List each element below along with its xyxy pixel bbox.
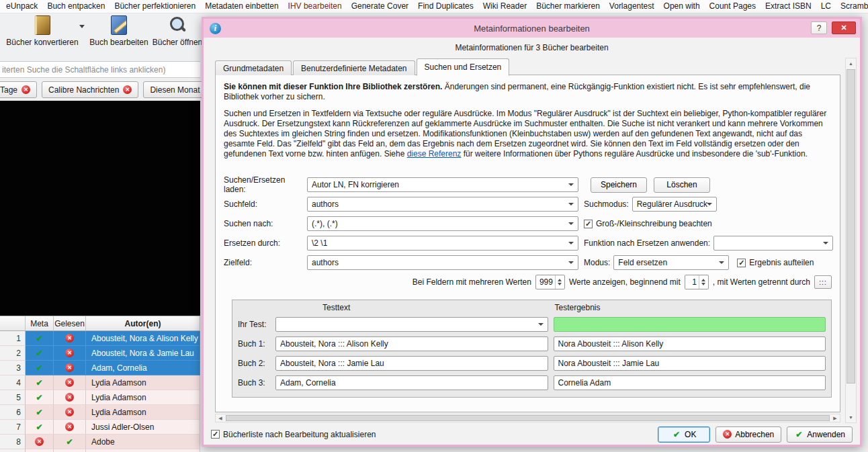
menu-item-generate-cover[interactable]: Generate Cover: [347, 0, 413, 13]
chevron-down-icon: [568, 183, 574, 189]
values-count-spinner[interactable]: 999: [535, 275, 565, 289]
replace-with-combo[interactable]: \2 \1: [307, 236, 578, 251]
book3-test-input[interactable]: Adam, Cornelia: [275, 375, 548, 390]
meta-column-header[interactable]: Meta: [26, 316, 54, 331]
table-row[interactable]: 4 Lydia Adamson: [0, 375, 200, 390]
chevron-down-icon: [823, 242, 828, 247]
table-row[interactable]: 3 Adam, Cornelia: [0, 361, 200, 375]
authors-cell: [86, 449, 200, 452]
vertical-scrollbar-thumb[interactable]: [847, 69, 855, 383]
search-field-label: Suchfeld:: [224, 199, 307, 209]
virtual-library-tabs: Tage Calibre Nachrichten Diesen Monat: [0, 81, 219, 98]
apply-button[interactable]: Anwenden: [787, 426, 853, 443]
your-test-label: Ihr Test:: [238, 320, 270, 329]
menu-item-extract-isbn[interactable]: Extract ISBN: [761, 0, 816, 13]
cover-view: [0, 101, 200, 316]
scroll-right-icon[interactable]: ▶: [830, 416, 840, 421]
vlib-tab-tage[interactable]: Tage: [0, 81, 37, 98]
menu-item-lc[interactable]: LC: [816, 0, 836, 13]
search-mode-label: Suchmodus:: [584, 199, 629, 209]
horizontal-scrollbar[interactable]: ◀ ▶: [215, 414, 840, 422]
your-test-combo[interactable]: [275, 317, 548, 332]
start-value-spinner[interactable]: 1: [685, 275, 709, 289]
apply-function-combo[interactable]: [713, 236, 833, 251]
spinner-arrows-icon[interactable]: [555, 275, 564, 289]
row-number: 9: [0, 449, 26, 452]
book2-test-input[interactable]: Abousteit, Nora ::: Jamie Lau: [275, 356, 548, 371]
tab-benutzerdefinierte-metadaten[interactable]: Benutzerdefinierte Metadaten: [293, 60, 415, 75]
cancel-cross-icon: [723, 430, 732, 439]
chevron-down-icon[interactable]: [79, 25, 85, 31]
read-column-header[interactable]: Gelesen: [54, 316, 86, 331]
menu-item-count-pages[interactable]: Count Pages: [705, 0, 761, 13]
table-row[interactable]: 1 Abousteit, Nora & Alison Kelly: [0, 331, 200, 346]
table-row[interactable]: 8 Adobe: [0, 435, 200, 449]
scroll-down-icon[interactable]: ▼: [846, 412, 856, 422]
search-mode-combo[interactable]: Regulärer Ausdruck: [632, 197, 717, 212]
reference-link[interactable]: diese Referenz: [407, 149, 462, 159]
cancel-button[interactable]: Abbrechen: [715, 426, 781, 443]
chevron-down-icon: [538, 323, 544, 328]
menu-item-eunpack[interactable]: eUnpack: [1, 0, 42, 13]
authors-column-header[interactable]: Autor(en): [86, 316, 200, 331]
case-sensitive-label: Groß-/Kleinschreibung beachten: [596, 219, 712, 228]
open-books-button[interactable]: Bücher öffnen: [152, 15, 203, 47]
load-combo-value: Autor LN, FN korrigieren: [312, 180, 399, 189]
load-combo[interactable]: Autor LN, FN korrigieren: [307, 177, 578, 192]
vertical-scrollbar[interactable]: ▲ ▼: [845, 58, 857, 423]
menu-item-scrambleebook[interactable]: ScrambleEbook: [836, 0, 868, 13]
search-for-label: Suchen nach:: [224, 219, 307, 228]
case-sensitive-checkbox[interactable]: [584, 220, 593, 228]
table-row[interactable]: 7 Jussi Adler-Olsen: [0, 420, 200, 435]
separator-button[interactable]: :::: [814, 275, 832, 289]
menu-item-buecher-perfektionieren[interactable]: Bücher perfektionieren: [110, 0, 200, 13]
close-tab-icon[interactable]: [123, 85, 132, 94]
delete-button[interactable]: Löschen: [654, 177, 710, 193]
menu-item-ihv-bearbeiten[interactable]: IHV bearbeiten: [284, 0, 347, 13]
convert-books-button[interactable]: Bücher konvertieren: [4, 15, 81, 47]
apply-check-icon: [794, 430, 804, 439]
search-mode-value: Regulärer Ausdruck: [637, 199, 707, 209]
authors-cell: Lydia Adamson: [86, 375, 200, 390]
help-button[interactable]: ?: [811, 21, 827, 34]
spinner-arrows-icon[interactable]: [699, 275, 708, 289]
refresh-booklist-checkbox[interactable]: [211, 430, 220, 439]
chevron-down-icon: [707, 203, 712, 208]
dialog-titlebar[interactable]: Metainformationen bearbeiten i ? ✕: [204, 19, 860, 38]
authors-cell: Lydia Adamson: [86, 405, 200, 420]
search-input[interactable]: iterten Suche die Schaltfläche links ank…: [0, 61, 200, 78]
menu-item-open-with[interactable]: Open with: [659, 0, 705, 13]
table-row[interactable]: 5 Lydia Adamson: [0, 390, 200, 405]
search-for-combo[interactable]: (.*), (.*): [307, 216, 578, 231]
menu-item-buecher-markieren[interactable]: Bücher markieren: [531, 0, 605, 13]
mode-combo[interactable]: Feld ersetzen: [613, 255, 729, 270]
scroll-up-icon[interactable]: ▲: [846, 58, 856, 69]
menu-item-metadaten-einbetten[interactable]: Metadaten einbetten: [200, 0, 283, 13]
ok-check-icon: [672, 430, 681, 439]
menu-item-vorlagentest[interactable]: Vorlagentest: [605, 0, 659, 13]
book1-test-input[interactable]: Abousteit, Nora ::: Alison Kelly: [275, 336, 548, 351]
close-tab-icon[interactable]: [21, 85, 30, 94]
menu-item-find-duplicates[interactable]: Find Duplicates: [413, 0, 478, 13]
read-status-icon: [65, 334, 74, 343]
menu-item-buch-entpacken[interactable]: Buch entpacken: [42, 0, 110, 13]
table-row[interactable]: 6 Lydia Adamson: [0, 405, 200, 420]
tab-suchen-und-ersetzen[interactable]: Suchen und Ersetzen: [417, 58, 510, 76]
close-button[interactable]: ✕: [832, 21, 856, 34]
table-row[interactable]: 2 Abousteit, Nora & Jamie Lau: [0, 346, 200, 361]
scroll-left-icon[interactable]: ◀: [216, 416, 225, 421]
table-row[interactable]: 9: [0, 449, 200, 452]
search-field-combo[interactable]: authors: [307, 197, 578, 212]
multi-prefix-label: Bei Feldern mit mehreren Werten: [413, 277, 531, 287]
destination-combo[interactable]: authors: [307, 255, 578, 270]
save-button[interactable]: Speichern: [591, 177, 647, 193]
vlib-tab-calibre-nachrichten[interactable]: Calibre Nachrichten: [42, 81, 138, 98]
tab-grundmetadaten[interactable]: Grundmetadaten: [215, 60, 292, 75]
horizontal-scrollbar-thumb[interactable]: [226, 415, 830, 421]
ok-button[interactable]: OK: [658, 426, 710, 443]
menu-item-wiki-reader[interactable]: Wiki Reader: [478, 0, 531, 13]
edit-book-button[interactable]: Buch bearbeiten: [87, 15, 150, 47]
authors-cell: Adam, Cornelia: [86, 361, 200, 375]
search-replace-pane: Sie können mit dieser Funktion Ihre Bibl…: [215, 75, 840, 412]
split-result-checkbox[interactable]: [737, 259, 746, 267]
